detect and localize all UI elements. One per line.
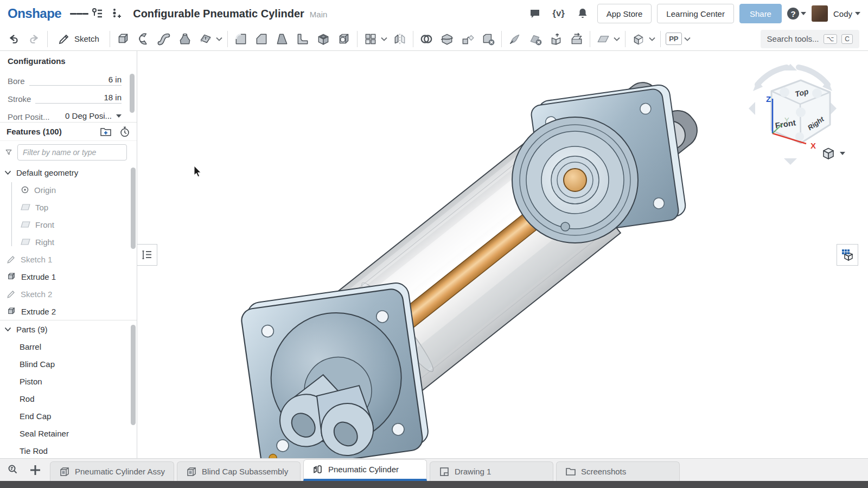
section-view-icon[interactable] (628, 29, 649, 49)
chevron-down-icon[interactable] (4, 170, 11, 175)
end-cap-bore[interactable] (512, 117, 638, 243)
graphics-viewport[interactable]: Top Front Right Z X Y (137, 51, 868, 458)
thicken-dropdown-chevron[interactable] (214, 29, 225, 49)
split-icon[interactable] (437, 29, 457, 49)
chevron-down-icon[interactable] (4, 327, 11, 332)
stroke-value-input[interactable]: 18 in (35, 93, 122, 104)
feature-extrude-1[interactable]: Extrude 1 (0, 268, 137, 285)
undo-button[interactable] (3, 29, 24, 49)
plane-icon[interactable] (593, 29, 614, 49)
config-row-stroke[interactable]: Stroke 18 in (8, 89, 129, 107)
parts-scrollbar[interactable] (131, 325, 136, 425)
tab-pneumatic-cylinder[interactable]: Pneumatic Cylinder (303, 459, 427, 481)
plane-dropdown-chevron[interactable] (611, 29, 622, 49)
feature-list-toggle-button[interactable] (137, 244, 157, 266)
configuration-panel-toggle-button[interactable] (837, 244, 858, 266)
replace-face-icon[interactable] (566, 29, 587, 49)
rod-gland[interactable] (564, 169, 586, 191)
loft-icon[interactable] (175, 29, 195, 49)
feature-sketch-1[interactable]: Sketch 1 (0, 251, 137, 268)
axis-y-label: Y (784, 116, 789, 124)
move-face-icon[interactable] (546, 29, 566, 49)
share-button[interactable]: Share (739, 4, 782, 23)
linear-pattern-icon[interactable] (360, 29, 381, 49)
insert-new-element-icon[interactable] (107, 4, 125, 23)
versions-icon[interactable]: {v} (550, 4, 568, 23)
pencil-icon (58, 33, 70, 45)
boolean-icon[interactable] (416, 29, 437, 49)
tab-drawing-1[interactable]: Drawing 1 (430, 461, 553, 481)
origin-icon (21, 185, 29, 194)
tree-node-right-plane[interactable]: Right (0, 233, 137, 251)
main-menu-button[interactable] (70, 4, 88, 23)
chamfer-icon[interactable] (251, 29, 272, 49)
revolve-icon[interactable] (133, 29, 154, 49)
comments-icon[interactable] (526, 4, 544, 23)
onshape-logo[interactable]: Onshape (8, 6, 61, 21)
tree-node-top-plane[interactable]: Top (0, 198, 137, 216)
transform-icon[interactable] (457, 29, 478, 49)
part-seal-retainer[interactable]: Seal Retainer (0, 425, 137, 442)
document-title[interactable]: Configurable Pneumatic CylinderMain (133, 8, 327, 20)
app-store-button[interactable]: App Store (597, 4, 652, 23)
tree-node-origin[interactable]: Origin (0, 181, 137, 198)
delete-part-icon[interactable] (478, 29, 499, 49)
part-piston[interactable]: Piston (0, 373, 137, 390)
feature-extrude-2[interactable]: Extrude 2 (0, 303, 137, 320)
filter-input[interactable] (17, 144, 127, 160)
rib-icon[interactable] (292, 29, 313, 49)
tab-blind-cap-subassembly[interactable]: Blind Cap Subassembly (177, 461, 301, 481)
versions-graph-icon[interactable] (88, 4, 107, 23)
config-row-port-position[interactable]: Port Posit... 0 Deg Posi... (8, 107, 129, 123)
sweep-icon[interactable] (154, 29, 175, 49)
features-scrollbar[interactable] (131, 168, 136, 249)
notifications-bell-icon[interactable] (573, 4, 592, 23)
help-icon[interactable]: ? (787, 8, 799, 20)
help-menu[interactable]: ? (787, 8, 806, 20)
create-folder-icon[interactable] (100, 126, 112, 137)
shell-icon[interactable] (313, 29, 334, 49)
tree-node-front-plane[interactable]: Front (0, 216, 137, 233)
draft-icon[interactable] (272, 29, 292, 49)
add-tab-button[interactable] (26, 461, 44, 479)
part-barrel[interactable]: Barrel (0, 338, 137, 355)
assembly-icon (59, 466, 70, 477)
search-tabs-icon[interactable] (4, 461, 23, 479)
redo-button[interactable] (24, 29, 44, 49)
parts-header[interactable]: Parts (9) (0, 320, 137, 338)
view-options-control[interactable] (821, 146, 845, 160)
custom-feature-pp-button[interactable]: PP (663, 29, 684, 49)
part-end-cap[interactable]: End Cap (0, 407, 137, 425)
bore-value-input[interactable]: 6 in (29, 75, 122, 86)
part-rod[interactable]: Rod (0, 390, 137, 407)
mirror-icon[interactable] (390, 29, 410, 49)
feature-sketch-2[interactable]: Sketch 2 (0, 285, 137, 303)
port-position-dropdown[interactable]: 0 Deg Posi... (54, 111, 122, 121)
pattern-dropdown-chevron[interactable] (379, 29, 390, 49)
tab-pneumatic-cylinder-assy[interactable]: Pneumatic Cylinder Assy (50, 461, 174, 481)
avatar[interactable] (812, 5, 828, 22)
delete-face-icon[interactable] (525, 29, 546, 49)
tab-screenshots[interactable]: Screenshots (556, 461, 680, 481)
config-scrollbar[interactable] (130, 74, 135, 113)
fillet-icon[interactable] (231, 29, 251, 49)
config-row-bore[interactable]: Bore 6 in (8, 71, 129, 89)
part-tie-rod[interactable]: Tie Rod (0, 442, 137, 458)
heal-icon[interactable] (505, 29, 525, 49)
user-menu[interactable]: Cody (833, 9, 860, 18)
search-tools-button[interactable]: Search tools... ⌥ C (761, 30, 859, 48)
hole-icon[interactable] (334, 29, 354, 49)
filter-funnel-icon[interactable] (5, 147, 12, 158)
sketch-button[interactable]: Sketch (50, 29, 107, 49)
thicken-icon[interactable] (195, 29, 216, 49)
tree-node-default-geometry[interactable]: Default geometry (0, 164, 137, 181)
part-blind-cap[interactable]: Blind Cap (0, 355, 137, 373)
section-dropdown-chevron[interactable] (647, 29, 658, 49)
rollback-stopwatch-icon[interactable] (119, 126, 130, 137)
blind-cap[interactable] (239, 281, 430, 458)
custom-feature-dropdown-chevron[interactable] (682, 29, 693, 49)
learning-center-button[interactable]: Learning Center (657, 4, 734, 23)
parts-section: Parts (9) Barrel Blind Cap Piston Rod En… (0, 320, 137, 458)
rotate-left-arrow (749, 102, 755, 115)
extrude-icon[interactable] (113, 29, 133, 49)
